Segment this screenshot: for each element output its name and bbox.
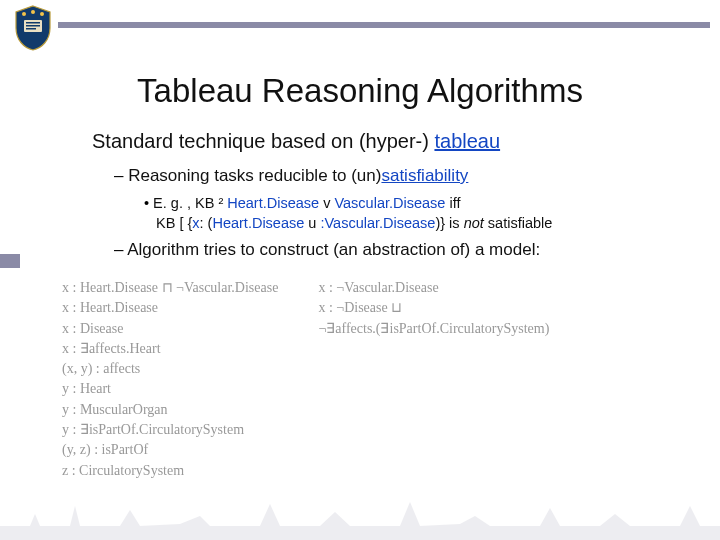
ex-hd: Heart.Disease xyxy=(223,195,323,211)
math-l0: x : Heart.Disease ⊓ ¬Vascular.Disease xyxy=(62,278,278,298)
lead-keyword: tableau xyxy=(434,130,500,152)
side-tab xyxy=(0,254,20,268)
math-l1: x : Heart.Disease xyxy=(62,298,278,318)
skyline-decoration xyxy=(0,496,720,540)
ex-a1: E. g. , KB xyxy=(153,195,218,211)
ex-iff: iff xyxy=(445,195,460,211)
math-l2: x : Disease xyxy=(62,319,278,339)
body-content: Standard technique based on (hyper-) tab… xyxy=(92,128,680,268)
ex-hd2: Heart.Disease xyxy=(212,215,308,231)
ex-vd: Vascular.Disease xyxy=(330,195,445,211)
math-l6: y : MuscularOrgan xyxy=(62,400,278,420)
math-l4: (x, y) : affects xyxy=(62,359,278,379)
math-r0: x : ¬Vascular.Disease xyxy=(318,278,549,298)
slide-title: Tableau Reasoning Algorithms xyxy=(0,72,720,110)
derivation-right-col: x : ¬Vascular.Disease x : ¬Disease ⊔ ¬∃a… xyxy=(318,278,549,481)
svg-point-5 xyxy=(31,10,35,14)
math-r2: ¬∃affects.(∃isPartOf.CirculatorySystem) xyxy=(318,319,549,339)
ex-vd2: Vascular.Disease xyxy=(324,215,435,231)
ex-sat: satisfiable xyxy=(484,215,553,231)
tableau-derivation: x : Heart.Disease ⊓ ¬Vascular.Disease x … xyxy=(62,278,700,481)
svg-rect-3 xyxy=(26,28,36,30)
svg-point-6 xyxy=(40,12,44,16)
math-l3: x : ∃affects.Heart xyxy=(62,339,278,359)
derivation-left-col: x : Heart.Disease ⊓ ¬Vascular.Disease x … xyxy=(62,278,278,481)
example-line: E. g. , KB ² Heart.Disease v Vascular.Di… xyxy=(144,194,680,233)
ex-colon: : ( xyxy=(200,215,213,231)
svg-rect-2 xyxy=(26,25,40,27)
svg-rect-1 xyxy=(26,22,40,24)
math-l7: y : ∃isPartOf.CirculatorySystem xyxy=(62,420,278,440)
bullet-satisfiability: Reasoning tasks reducible to (un)satisfi… xyxy=(114,165,680,188)
ex-brace: { xyxy=(183,215,192,231)
math-r1: x : ¬Disease ⊔ xyxy=(318,298,549,318)
ex-is: )} is xyxy=(435,215,463,231)
ex-x: x xyxy=(192,215,199,231)
math-l8: (y, z) : isPartOf xyxy=(62,440,278,460)
math-l5: y : Heart xyxy=(62,379,278,399)
bullet-algorithm: Algorithm tries to construct (an abstrac… xyxy=(114,239,680,262)
b1-key: satisfiability xyxy=(381,166,468,185)
header-rule xyxy=(58,22,710,28)
math-l9: z : CirculatorySystem xyxy=(62,461,278,481)
university-crest-icon xyxy=(12,4,54,52)
ex-kb2: KB xyxy=(156,215,179,231)
slide: Tableau Reasoning Algorithms Standard te… xyxy=(0,0,720,540)
ex-not: not xyxy=(464,215,484,231)
b1-pre: Reasoning tasks reducible to (un) xyxy=(128,166,381,185)
svg-point-4 xyxy=(22,12,26,16)
lead-line: Standard technique based on (hyper-) tab… xyxy=(92,128,680,155)
lead-pre: Standard technique based on (hyper-) xyxy=(92,130,434,152)
